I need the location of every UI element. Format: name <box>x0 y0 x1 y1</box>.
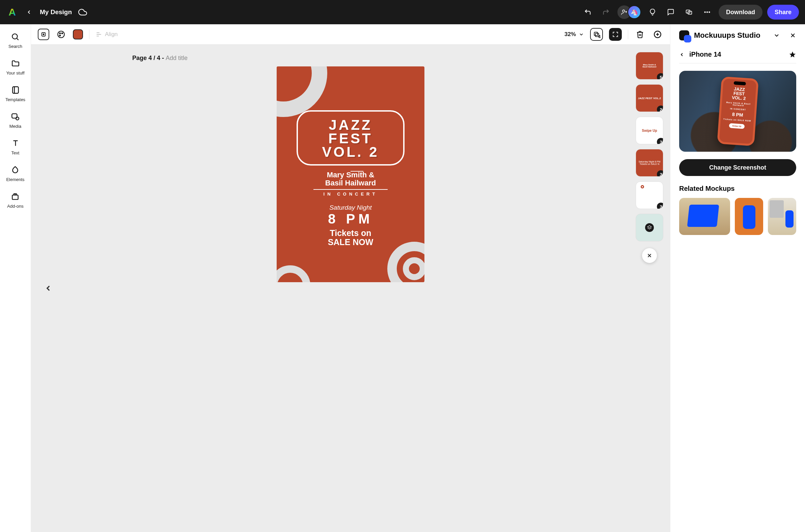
comment-icon <box>667 8 674 16</box>
rail-addons[interactable]: Add-ons <box>7 191 23 209</box>
thumbnail-3[interactable]: Swipe Up 3 <box>636 117 663 144</box>
redo-button[interactable] <box>599 5 613 19</box>
svg-point-5 <box>705 12 706 13</box>
svg-rect-25 <box>594 32 598 35</box>
chevron-down-icon[interactable] <box>773 32 780 39</box>
related-mockup-2[interactable] <box>735 198 763 235</box>
main-area: Search Your stuff Templates Media Text E… <box>0 24 805 532</box>
rail-search[interactable]: Search <box>8 32 22 49</box>
panel-back-button[interactable] <box>679 52 684 57</box>
search-icon <box>10 32 20 42</box>
device-name: iPhone 14 <box>689 51 784 58</box>
svg-marker-30 <box>647 226 652 228</box>
rail-templates[interactable]: Templates <box>5 85 25 102</box>
page-title-hint: Add title <box>166 55 188 61</box>
undo-button[interactable] <box>581 5 594 19</box>
poster-title-line: JAZZ <box>301 118 400 132</box>
fit-icon <box>612 31 619 38</box>
thumbnail-6[interactable] <box>636 214 663 241</box>
mockuuups-app-icon <box>679 30 689 40</box>
thumbnail-1[interactable]: Mary Smith &Basil Hailward 5 <box>636 52 663 80</box>
thumbnail-2[interactable]: JAZZ FEST VOL.2 2 <box>636 84 663 112</box>
mockup-preview[interactable]: JAZZ FEST VOL. 2 Mary Smith & Basil Hail… <box>679 71 796 152</box>
thumb-badge: 5 <box>657 73 663 80</box>
align-label: Align <box>105 31 118 38</box>
chevron-down-icon <box>579 32 584 37</box>
thumbnail-4[interactable]: Saturday Night 8 PM Tickets on SALE N 3 <box>636 149 663 177</box>
rail-elements[interactable]: Elements <box>6 165 24 182</box>
layers-button[interactable]: 4 <box>590 28 603 41</box>
rail-label: Text <box>12 150 20 155</box>
design-canvas-page[interactable]: JAZZ FEST VOL. 2 Mary Smith & Basil Hail… <box>277 66 424 282</box>
lightbulb-icon <box>649 8 656 16</box>
svg-point-17 <box>43 34 44 35</box>
redo-icon <box>602 8 610 16</box>
rail-text[interactable]: Text <box>11 138 21 155</box>
poster-title-box: JAZZ FEST VOL. 2 <box>296 110 404 166</box>
page-indicator[interactable]: Page 4 / 4 - Add title <box>132 55 188 62</box>
rail-your-stuff[interactable]: Your stuff <box>6 58 24 76</box>
media-icon <box>10 112 20 122</box>
change-screenshot-button[interactable]: Change Screenshot <box>679 159 796 176</box>
svg-point-7 <box>709 12 710 13</box>
related-heading: Related Mockups <box>679 185 796 192</box>
poster-day: Saturday Night <box>277 204 424 211</box>
fit-button[interactable] <box>609 28 622 41</box>
more-button[interactable] <box>700 5 714 19</box>
related-mockup-1[interactable] <box>679 198 730 235</box>
app-logo[interactable]: A <box>6 6 18 18</box>
undo-icon <box>584 8 591 16</box>
related-mockup-3[interactable] <box>768 198 796 235</box>
rail-media[interactable]: Media <box>10 112 21 129</box>
thumb-badge: 3 <box>657 138 663 144</box>
user-avatar[interactable]: 🦄 <box>627 5 641 19</box>
svg-point-19 <box>59 33 60 34</box>
add-button[interactable] <box>652 28 663 40</box>
favorite-button[interactable] <box>789 51 796 58</box>
close-thumbnails-button[interactable] <box>642 248 657 263</box>
close-icon[interactable] <box>789 32 796 39</box>
page-thumbnails: Mary Smith &Basil Hailward 5 JAZZ FEST V… <box>636 52 663 263</box>
color-palette-tool[interactable] <box>55 28 67 40</box>
zoom-control[interactable]: 32% <box>564 31 584 38</box>
comment-button[interactable] <box>664 5 677 19</box>
panel-header: Mockuuups Studio <box>679 30 796 40</box>
thumb-badge: 3 <box>657 203 663 209</box>
align-icon <box>95 31 102 38</box>
more-icon <box>703 8 711 16</box>
present-button[interactable] <box>682 5 696 19</box>
svg-point-18 <box>58 31 65 38</box>
addon-panel: Mockuuups Studio iPhone 14 JAZZ FEST VOL… <box>670 24 805 532</box>
rail-label: Media <box>10 124 21 129</box>
cloud-sync-icon[interactable] <box>77 6 89 18</box>
svg-point-0 <box>622 10 625 12</box>
layers-count: 4 <box>598 34 601 39</box>
document-title[interactable]: My Design <box>40 8 72 16</box>
fill-swatch[interactable] <box>73 29 83 39</box>
delete-button[interactable] <box>634 28 646 40</box>
help-button[interactable] <box>646 5 659 19</box>
svg-rect-10 <box>13 87 18 93</box>
component-tool[interactable] <box>38 28 49 40</box>
back-button[interactable] <box>23 6 35 18</box>
svg-point-6 <box>707 12 708 13</box>
context-toolbar: Align 32% 4 <box>31 24 670 44</box>
svg-point-8 <box>13 34 18 39</box>
elements-icon <box>10 165 20 175</box>
trash-icon <box>636 30 644 38</box>
download-button[interactable]: Download <box>719 5 763 20</box>
rail-label: Your stuff <box>6 71 24 76</box>
folder-icon <box>11 58 21 69</box>
present-icon <box>685 8 693 16</box>
collaborators[interactable]: 🦄 <box>617 5 641 19</box>
poster-artists: Mary Smith & Basil Hailward IN CONCERT <box>277 171 424 197</box>
related-mockups-row <box>679 198 796 235</box>
share-button[interactable]: Share <box>767 5 799 20</box>
thumbnail-5[interactable]: 3 <box>636 182 663 209</box>
panel-breadcrumb: iPhone 14 <box>679 51 796 63</box>
canvas[interactable]: Page 4 / 4 - Add title JAZZ FEST VOL. 2 … <box>31 44 670 532</box>
text-icon <box>11 138 21 148</box>
chevron-left-icon <box>679 52 684 57</box>
addons-icon <box>10 191 20 202</box>
decor-ring-bottom-right <box>387 242 424 282</box>
